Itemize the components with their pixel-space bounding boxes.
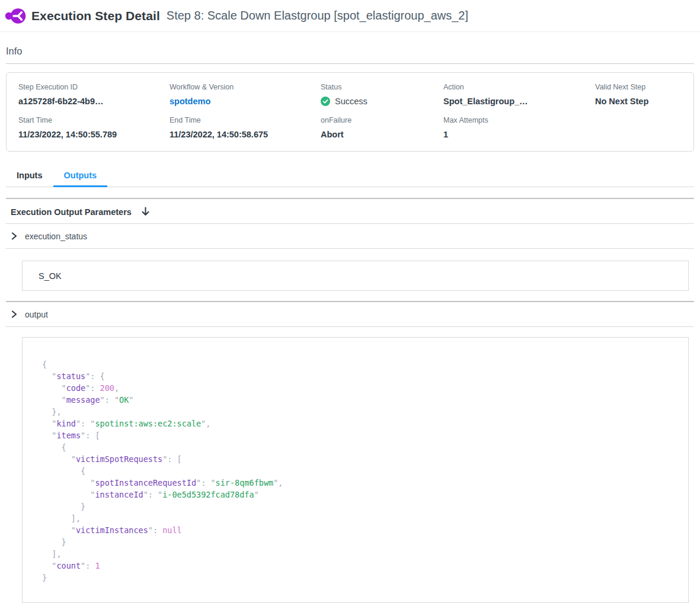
field-empty bbox=[595, 116, 682, 139]
code-line: ], bbox=[42, 548, 682, 560]
code-line: "message": "OK" bbox=[42, 394, 682, 406]
field-value: No Next Step bbox=[595, 97, 682, 106]
field-max-attempts: Max Attempts 1 bbox=[443, 116, 595, 139]
field-value: 11/23/2022, 14:50:55.789 bbox=[18, 130, 170, 139]
code-line: "spotInstanceRequestId": "sir-8qm6fbwm", bbox=[42, 477, 682, 489]
page-title: Execution Step Detail bbox=[31, 9, 160, 23]
success-check-icon bbox=[321, 97, 330, 106]
code-line: }, bbox=[42, 406, 682, 418]
code-line: "items": [ bbox=[42, 429, 682, 441]
field-value: 11/23/2022, 14:50:58.675 bbox=[170, 130, 321, 139]
io-tabs: Inputs Outputs bbox=[6, 165, 694, 187]
tab-outputs[interactable]: Outputs bbox=[53, 165, 108, 187]
param-row-output[interactable]: output bbox=[6, 302, 694, 326]
chevron-right-icon[interactable] bbox=[11, 232, 18, 240]
field-step-execution-id: Step Execution ID a125728f-6b22-4b9… bbox=[18, 83, 170, 106]
chevron-right-icon[interactable] bbox=[11, 310, 18, 318]
code-line: "kind": "spotinst:aws:ec2:scale", bbox=[42, 418, 682, 429]
field-label: Workflow & Version bbox=[170, 83, 321, 91]
page-subtitle: Step 8: Scale Down Elastgroup [spot_elas… bbox=[167, 9, 468, 23]
code-line: "code": 200, bbox=[42, 382, 682, 394]
code-line: ], bbox=[42, 512, 682, 524]
field-value: 1 bbox=[443, 130, 595, 139]
field-end-time: End Time 11/23/2022, 14:50:58.675 bbox=[170, 116, 321, 139]
download-arrow-icon[interactable] bbox=[140, 207, 151, 217]
workflow-link[interactable]: spotdemo bbox=[170, 97, 321, 106]
code-line: { bbox=[42, 465, 682, 477]
field-value: Abort bbox=[321, 130, 443, 139]
field-value: a125728f-6b22-4b9… bbox=[18, 97, 170, 106]
code-line: } bbox=[42, 501, 682, 512]
json-code: { "status": { "code": 200, "message": "O… bbox=[42, 358, 682, 583]
field-label: Step Execution ID bbox=[18, 83, 170, 91]
field-valid-next-step: Valid Next Step No Next Step bbox=[595, 83, 682, 106]
resolve-logo-icon bbox=[5, 6, 26, 26]
execution-step-detail-page: Execution Step Detail Step 8: Scale Down… bbox=[0, 0, 700, 603]
code-line: { bbox=[42, 441, 682, 453]
status-text: Success bbox=[335, 97, 367, 106]
code-line: "victimInstances": null bbox=[42, 524, 682, 536]
param-name: output bbox=[25, 310, 48, 319]
output-json-box: { "status": { "code": 200, "message": "O… bbox=[22, 337, 689, 603]
divider bbox=[6, 326, 694, 327]
code-line: "count": 1 bbox=[42, 560, 682, 572]
output-params-header: Execution Output Parameters bbox=[6, 199, 694, 223]
divider bbox=[6, 248, 694, 249]
output-params-title: Execution Output Parameters bbox=[11, 207, 132, 217]
code-line: { bbox=[42, 358, 682, 370]
field-action: Action Spot_Elastigroup_… bbox=[443, 83, 595, 106]
info-section-title: Info bbox=[6, 46, 694, 57]
code-line: } bbox=[42, 536, 682, 548]
code-line: "victimSpotRequests": [ bbox=[42, 453, 682, 465]
info-card: Step Execution ID a125728f-6b22-4b9… Wor… bbox=[6, 72, 694, 152]
field-label: Start Time bbox=[18, 116, 170, 124]
param-row-execution-status[interactable]: execution_status bbox=[6, 224, 694, 248]
code-line: "instanceId": "i-0e5d5392fcad78dfa" bbox=[42, 489, 682, 501]
field-label: Action bbox=[443, 83, 595, 91]
info-divider bbox=[6, 63, 694, 64]
status-value: Success bbox=[321, 97, 443, 106]
field-label: Valid Next Step bbox=[595, 83, 682, 91]
field-label: End Time bbox=[170, 116, 321, 124]
field-value: Spot_Elastigroup_… bbox=[443, 97, 595, 106]
field-on-failure: onFailure Abort bbox=[321, 116, 443, 139]
execution-status-value-box: S_OK bbox=[22, 261, 689, 291]
field-start-time: Start Time 11/23/2022, 14:50:55.789 bbox=[18, 116, 170, 139]
field-label: onFailure bbox=[321, 116, 443, 124]
field-workflow-version: Workflow & Version spotdemo bbox=[170, 83, 321, 106]
execution-status-value: S_OK bbox=[39, 271, 62, 281]
field-label: Status bbox=[321, 83, 443, 91]
code-line: "status": { bbox=[42, 370, 682, 382]
param-name: execution_status bbox=[25, 232, 87, 241]
field-status: Status Success bbox=[321, 83, 443, 106]
tab-inputs[interactable]: Inputs bbox=[6, 165, 53, 187]
code-line: } bbox=[42, 572, 682, 583]
page-header: Execution Step Detail Step 8: Scale Down… bbox=[0, 0, 700, 32]
field-label: Max Attempts bbox=[443, 116, 595, 124]
